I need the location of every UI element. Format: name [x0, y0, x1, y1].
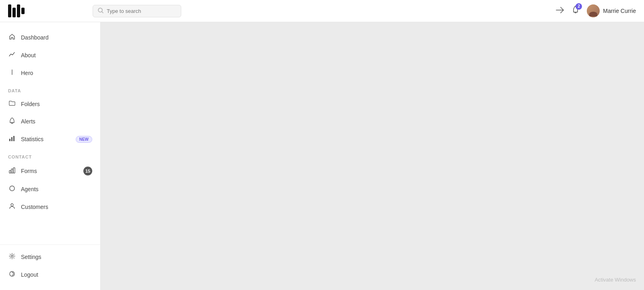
sidebar-item-about[interactable]: About — [0, 46, 100, 64]
statistics-label: Statistics — [21, 136, 43, 142]
statistics-icon — [8, 135, 16, 143]
svg-line-5 — [102, 12, 103, 13]
gear-icon — [8, 253, 16, 261]
search-icon — [98, 8, 104, 15]
svg-rect-11 — [9, 171, 11, 173]
sidebar-item-customers[interactable]: Customers — [0, 198, 100, 216]
sidebar-item-agents[interactable]: Agents — [0, 180, 100, 198]
notification-badge: 2 — [576, 3, 582, 10]
svg-rect-12 — [11, 169, 13, 173]
agents-label: Agents — [21, 186, 39, 192]
main-content — [101, 22, 644, 290]
statistics-new-badge: NEW — [76, 136, 92, 143]
forms-count-badge: 15 — [83, 167, 92, 175]
search-bar[interactable] — [93, 5, 181, 17]
forms-icon — [8, 167, 16, 175]
section-contact: CONTACT — [0, 148, 100, 162]
user-info[interactable]: Marrie Currie — [587, 4, 636, 17]
svg-point-14 — [10, 186, 14, 191]
sidebar-item-settings[interactable]: Settings — [0, 248, 100, 266]
trending-up-icon — [8, 51, 16, 59]
sidebar-item-hero[interactable]: Hero — [0, 64, 100, 82]
section-data: DATA — [0, 82, 100, 96]
svg-point-15 — [11, 204, 13, 206]
dashboard-label: Dashboard — [21, 34, 49, 41]
svg-rect-10 — [13, 136, 14, 141]
sidebar-item-dashboard[interactable]: Dashboard — [0, 29, 100, 46]
sidebar: Dashboard About Hero DATA — [0, 22, 101, 290]
bar-line-icon — [8, 69, 16, 77]
folders-label: Folders — [21, 101, 40, 107]
sidebar-item-logout[interactable]: Logout — [0, 266, 100, 284]
svg-rect-13 — [13, 168, 15, 173]
header-right: 2 Marrie Currie — [555, 4, 636, 17]
svg-rect-3 — [21, 8, 25, 14]
sidebar-bottom: Settings Logout — [0, 244, 100, 284]
customers-icon — [8, 203, 16, 211]
layout: Dashboard About Hero DATA — [0, 22, 644, 290]
username: Marrie Currie — [603, 8, 636, 14]
folder-icon — [8, 100, 16, 108]
svg-rect-0 — [8, 4, 11, 17]
hero-label: Hero — [21, 70, 33, 76]
about-label: About — [21, 52, 36, 58]
send-button[interactable] — [555, 6, 564, 17]
logo — [8, 4, 28, 17]
sidebar-item-alerts[interactable]: Alerts — [0, 113, 100, 130]
alerts-label: Alerts — [21, 118, 35, 125]
svg-point-16 — [11, 255, 13, 257]
forms-label: Forms — [21, 168, 37, 174]
logout-label: Logout — [21, 271, 38, 278]
activate-windows-watermark: Activate Windows — [594, 277, 636, 283]
search-input[interactable] — [107, 8, 176, 14]
agents-icon — [8, 185, 16, 193]
svg-rect-8 — [9, 139, 10, 141]
header: 2 Marrie Currie — [0, 0, 644, 22]
customers-label: Customers — [21, 204, 48, 210]
home-icon — [8, 33, 16, 42]
avatar — [587, 4, 600, 17]
svg-rect-9 — [11, 137, 12, 141]
svg-rect-1 — [12, 8, 16, 17]
sidebar-item-folders[interactable]: Folders — [0, 96, 100, 113]
sidebar-item-statistics[interactable]: Statistics NEW — [0, 130, 100, 148]
alert-icon — [8, 117, 16, 125]
sidebar-item-forms[interactable]: Forms 15 — [0, 162, 100, 180]
logout-icon — [8, 271, 16, 279]
svg-point-17 — [10, 271, 14, 276]
notification-bell[interactable]: 2 — [572, 6, 580, 17]
svg-rect-2 — [17, 4, 20, 17]
settings-label: Settings — [21, 254, 41, 260]
